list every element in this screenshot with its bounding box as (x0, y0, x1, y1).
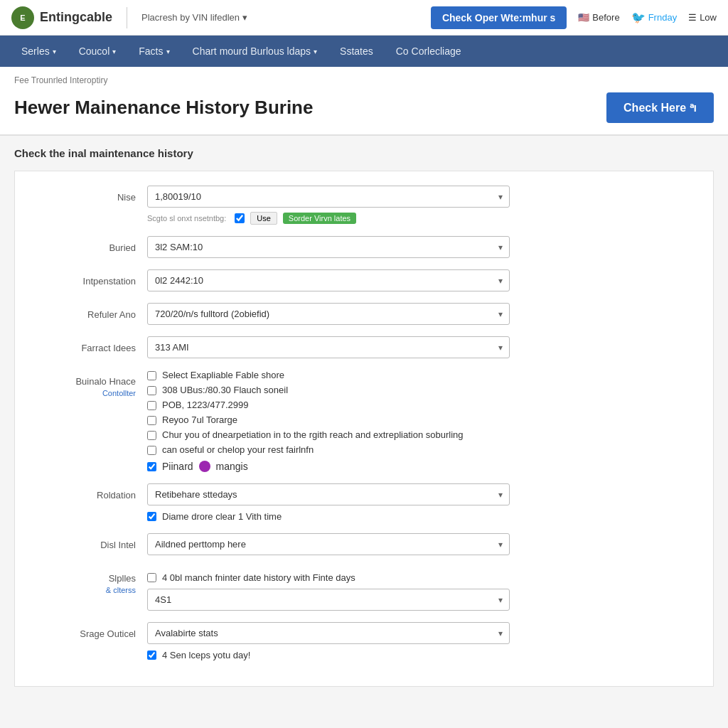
intpenstation-select-wrapper[interactable]: 0l2 2442:10 ▾ (147, 269, 510, 291)
use-button[interactable]: Use (250, 212, 277, 225)
nav-item-sstates[interactable]: Sstates (330, 38, 383, 64)
pinard-label: Piinard (162, 461, 193, 472)
label-buried: Buried (36, 236, 136, 255)
control-slplles: 4 0bl manch fninter date history with Fi… (147, 567, 510, 611)
checkbox-label-5: can oseful or chelop your rest fairlnfn (162, 444, 314, 455)
form-container: Nise 1,80019/10 ▾ Scgto sl onxt nsetntbg… (14, 171, 714, 687)
pinard-checkbox[interactable] (147, 462, 156, 471)
flag-area: 🇺🇸 Before (578, 12, 619, 23)
roldation-select[interactable]: Retibehare sttedays (147, 483, 510, 505)
flag-label: Before (592, 12, 619, 23)
label-roldation: Roldation (36, 483, 136, 502)
roldation-select-wrapper[interactable]: Retibehare sttedays ▾ (147, 483, 510, 505)
control-buried: 3l2 SAM:10 ▾ (147, 236, 510, 258)
slplles-select-wrapper[interactable]: 4S1 ▾ (147, 589, 510, 611)
nav-serles-caret: ▾ (53, 48, 56, 55)
checkbox-label-2: POB, 1223/477.2999 (162, 400, 248, 410)
control-nise: 1,80019/10 ▾ Scgto sl onxt nsetntbg: Use… (147, 186, 510, 225)
roldation-cb-label: Diame drore clear 1 Vith time (162, 511, 282, 522)
checkbox-option-5: can oseful or chelop your rest fairlnfn (147, 444, 510, 455)
checkbox-label-3: Reyoo 7ul Torarge (162, 414, 237, 425)
label-intpenstation: Intpenstation (36, 269, 136, 288)
checkbox-0[interactable] (147, 371, 156, 380)
checkbox-label-1: 308 UBus:/80.30 Flauch soneil (162, 385, 288, 395)
nav-facts-label: Facts (139, 46, 163, 57)
nise-select[interactable]: 1,80019/10 (147, 186, 510, 208)
label-nise: Nise (36, 186, 136, 204)
main-content: Check the inal maintenance history Nise … (0, 136, 728, 698)
section-title: Check the inal maintenance history (14, 147, 714, 159)
checkbox-4[interactable] (147, 431, 156, 440)
checkbox-option-0: Select Exapliable Fable shore (147, 370, 510, 380)
nise-select-wrapper[interactable]: 1,80019/10 ▾ (147, 186, 510, 208)
menu-area[interactable]: ☰ Low (688, 12, 717, 23)
nav-item-chart[interactable]: Chart mourd Burlous ldaps ▾ (183, 38, 328, 64)
logo-text: Entingcable (40, 10, 112, 25)
svg-text:E: E (20, 14, 25, 22)
srage-select-wrapper[interactable]: Avalabirte stats ▾ (147, 622, 510, 644)
checkbox-1[interactable] (147, 386, 156, 395)
roldation-standalone-cb: Diame drore clear 1 Vith time (147, 511, 510, 522)
disl-select[interactable]: Aildned perttomp here (147, 533, 510, 555)
form-row-farract: Farract Idees 313 AMI ▾ (36, 336, 692, 358)
buried-select-wrapper[interactable]: 3l2 SAM:10 ▾ (147, 236, 510, 258)
nav-item-coucol[interactable]: Coucol ▾ (69, 38, 127, 64)
form-row-slplles: Slplles & clterss 4 0bl manch fninter da… (36, 567, 692, 611)
checkbox-3[interactable] (147, 416, 156, 425)
srage-cb-label: 4 Sen lceps yotu day! (162, 650, 250, 660)
form-row-intpenstation: Intpenstation 0l2 2442:10 ▾ (36, 269, 692, 291)
checkbox-option-1: 308 UBus:/80.30 Flauch soneil (147, 385, 510, 395)
nav-chart-label: Chart mourd Burlous ldaps (193, 46, 311, 57)
refuler-select-wrapper[interactable]: 720/20/n/s fulltord (2obiefid) ▾ (147, 303, 510, 325)
label-slplles: Slplles & clterss (36, 567, 136, 596)
check-here-button[interactable]: Check Here ᵃı (606, 92, 714, 123)
disl-select-wrapper[interactable]: Aildned perttomp here ▾ (147, 533, 510, 555)
nav-item-cocorlecliage[interactable]: Co Corlecliage (386, 38, 471, 64)
intpenstation-select[interactable]: 0l2 2442:10 (147, 269, 510, 291)
nav-chart-caret: ▾ (314, 48, 317, 55)
logo-icon: E (11, 6, 34, 29)
nav-sstates-label: Sstates (340, 46, 373, 57)
vin-search-area[interactable]: Placresh by VIN lifedlen ▾ (141, 12, 247, 23)
check-operator-button[interactable]: Check Oper Wte:mhur s (431, 6, 567, 29)
slplles-top-cb: 4 0bl manch fninter date history with Fi… (147, 572, 510, 583)
label-farract: Farract Idees (36, 336, 136, 355)
checkbox-2[interactable] (147, 401, 156, 410)
srage-select[interactable]: Avalabirte stats (147, 622, 510, 644)
control-buinalo: Select Exapliable Fable shore 308 UBus:/… (147, 370, 510, 472)
label-buinalo: Buinalo Hnace Contollter (36, 370, 136, 400)
nav-serles-label: Serles (21, 46, 50, 57)
form-row-srage: Srage Outicel Avalabirte stats ▾ 4 Sen l… (36, 622, 692, 660)
menu-label: Low (700, 12, 717, 23)
control-intpenstation: 0l2 2442:10 ▾ (147, 269, 510, 291)
menu-lines-icon: ☰ (688, 12, 697, 23)
label-srage: Srage Outicel (36, 622, 136, 641)
control-disl: Aildned perttomp here ▾ (147, 533, 510, 555)
nav-facts-caret: ▾ (166, 48, 170, 55)
nise-sub-text: Scgto sl onxt nsetntbg: (147, 214, 226, 223)
farract-select-wrapper[interactable]: 313 AMI ▾ (147, 336, 510, 358)
pinard-row: Piinard mangis (147, 461, 510, 472)
checkbox-option-4: Chur you of dnearpetiation in to the rgi… (147, 429, 510, 440)
srage-cb[interactable] (147, 651, 156, 660)
roldation-cb[interactable] (147, 512, 156, 521)
sorder-badge: Sorder Virvn lates (283, 213, 356, 224)
nav-item-facts[interactable]: Facts ▾ (129, 38, 179, 64)
buried-select[interactable]: 3l2 SAM:10 (147, 236, 510, 258)
slplles-select[interactable]: 4S1 (147, 589, 510, 611)
farract-select[interactable]: 313 AMI (147, 336, 510, 358)
vin-dropdown-arrow[interactable]: ▾ (242, 12, 247, 23)
checkbox-label-4: Chur you of dnearpetiation in to the rgi… (162, 429, 464, 440)
nise-sub-area: Scgto sl onxt nsetntbg: Use Sorder Virvn… (147, 212, 510, 225)
header-right: Check Oper Wte:mhur s 🇺🇸 Before 🐦 Frnday… (431, 6, 717, 29)
slplles-checkbox[interactable] (147, 573, 156, 582)
twitter-label: Frnday (648, 12, 677, 23)
form-row-nise: Nise 1,80019/10 ▾ Scgto sl onxt nsetntbg… (36, 186, 692, 225)
nise-sub-checkbox[interactable] (235, 213, 245, 223)
label-disl: Disl Intel (36, 533, 136, 552)
refuler-select[interactable]: 720/20/n/s fulltord (2obiefid) (147, 303, 510, 325)
nav-item-serles[interactable]: Serles ▾ (11, 38, 66, 64)
slplles-cb-label: 4 0bl manch fninter date history with Fi… (162, 572, 355, 583)
nav-coucol-caret: ▾ (112, 48, 116, 55)
checkbox-5[interactable] (147, 446, 156, 455)
